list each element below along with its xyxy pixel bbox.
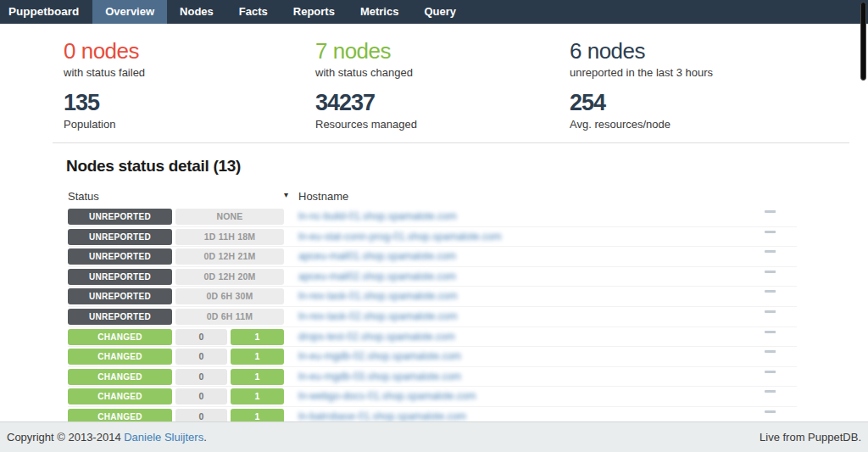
time-since-report-badge: NONE bbox=[175, 209, 284, 225]
stats-row-status: 0 nodes with status failed 7 nodes with … bbox=[0, 38, 868, 79]
stat-avg-resources: 254 Avg. resources/node bbox=[570, 90, 670, 131]
section-divider bbox=[53, 142, 849, 143]
nav-item-query[interactable]: Query bbox=[411, 0, 469, 24]
stat-failed-caption: with status failed bbox=[64, 66, 315, 79]
hostname-link-redacted[interactable]: ln-rex-task-01.shop.spamalote.com bbox=[298, 290, 457, 302]
copyright-text: Copyright © 2013-2014 Daniele Sluijters. bbox=[7, 422, 207, 452]
nodes-status-detail-title: Nodes status detail (13) bbox=[66, 157, 868, 176]
time-since-report-badge: 0D 12H 21M bbox=[175, 248, 284, 265]
latest-report-icon[interactable] bbox=[760, 289, 777, 304]
stat-failed: 0 nodes with status failed bbox=[64, 38, 315, 79]
table-row: UNREPORTED NONE ln-nc-build-01.shop.spam… bbox=[68, 207, 797, 227]
table-row: UNREPORTED 0D 12H 20M apceu-mail02.shop.… bbox=[68, 267, 797, 287]
hostname-link-redacted[interactable]: apceu-mail02.shop.spamalote.com bbox=[298, 271, 456, 282]
stat-avg-resources-caption: Avg. resources/node bbox=[570, 118, 670, 131]
stat-population-caption: Population bbox=[64, 118, 315, 131]
stat-resources-value: 34237 bbox=[315, 90, 570, 115]
latest-report-icon[interactable] bbox=[760, 330, 777, 345]
latest-report-icon[interactable] bbox=[760, 349, 777, 365]
hostname-link-redacted[interactable]: ln-rex-task-02.shop.spamalote.com bbox=[298, 310, 457, 322]
stat-unreported: 6 nodes unreported in the last 3 hours bbox=[570, 38, 713, 79]
changed-count-badge: 1 bbox=[231, 349, 284, 365]
vertical-scrollbar-thumb[interactable] bbox=[860, 2, 866, 81]
failed-count-badge: 0 bbox=[175, 388, 227, 405]
status-badge: UNREPORTED bbox=[68, 248, 172, 265]
latest-report-icon[interactable] bbox=[760, 230, 777, 245]
hostname-link-redacted[interactable]: ln-eu-mgdb-02.shop.spamalote.com bbox=[298, 350, 461, 362]
nav-item-overview[interactable]: Overview bbox=[92, 0, 167, 24]
column-header-status[interactable]: Status bbox=[68, 190, 99, 203]
brand-puppetboard[interactable]: Puppetboard bbox=[0, 0, 87, 24]
live-from-puppetdb-text: Live from PuppetDB. bbox=[760, 422, 861, 452]
copyright-prefix: Copyright © 2013-2014 bbox=[7, 431, 124, 444]
table-row: UNREPORTED 1D 11H 18M ln-eu-stat-conn-pr… bbox=[68, 227, 797, 248]
status-badge: CHANGED bbox=[68, 388, 172, 405]
nav-items: OverviewNodesFactsReportsMetricsQuery bbox=[92, 0, 469, 24]
nodes-status-table: Status ▾ Hostname UNREPORTED NONE ln-nc-… bbox=[68, 188, 797, 427]
author-link[interactable]: Daniele Sluijters bbox=[124, 431, 203, 444]
table-header: Status ▾ Hostname bbox=[68, 188, 797, 207]
table-row: CHANGED 0 1 ln-webgo-docs-01.shop.spamal… bbox=[68, 387, 797, 407]
table-row: UNREPORTED 0D 12H 21M apceu-mail01.shop.… bbox=[68, 247, 797, 267]
stat-unreported-caption: unreported in the last 3 hours bbox=[570, 66, 713, 79]
latest-report-icon[interactable] bbox=[760, 209, 777, 225]
hostname-link-redacted[interactable]: ln-batrobase-01.shop.spamalote.com bbox=[298, 410, 466, 422]
hostname-link-redacted[interactable]: drops-test-02.shop.spamalote.com bbox=[298, 331, 455, 343]
stat-changed-caption: with status changed bbox=[315, 66, 570, 79]
time-since-report-badge: 0D 12H 20M bbox=[175, 269, 284, 285]
stat-failed-value: 0 nodes bbox=[64, 38, 315, 64]
hostname-link-redacted[interactable]: ln-nc-build-01.shop.spamalote.com bbox=[298, 210, 457, 222]
column-header-hostname: Hostname bbox=[298, 190, 348, 203]
table-row: CHANGED 0 1 ln-eu-mgdb-02.shop.spamalote… bbox=[68, 347, 797, 367]
hostname-link-redacted[interactable]: ln-webgo-docs-01.shop.spamalote.com bbox=[298, 390, 476, 402]
status-badge: CHANGED bbox=[68, 369, 172, 385]
stat-avg-resources-value: 254 bbox=[570, 90, 670, 115]
latest-report-icon[interactable] bbox=[760, 370, 777, 385]
table-row: CHANGED 0 1 ln-eu-mgdb-03.shop.spamalote… bbox=[68, 367, 797, 388]
status-badge: UNREPORTED bbox=[68, 229, 172, 245]
stat-population: 135 Population bbox=[64, 90, 315, 131]
status-badge: UNREPORTED bbox=[68, 309, 172, 325]
top-navbar: Puppetboard OverviewNodesFactsReportsMet… bbox=[0, 0, 868, 24]
nav-item-nodes[interactable]: Nodes bbox=[167, 0, 226, 24]
sort-caret-icon[interactable]: ▾ bbox=[284, 190, 288, 199]
latest-report-icon[interactable] bbox=[760, 270, 777, 285]
latest-report-icon[interactable] bbox=[760, 389, 777, 405]
status-badge: UNREPORTED bbox=[68, 209, 172, 225]
table-row: CHANGED 0 1 drops-test-02.shop.spamalote… bbox=[68, 327, 797, 348]
status-badge: CHANGED bbox=[68, 329, 172, 345]
changed-count-badge: 1 bbox=[231, 388, 284, 405]
stat-changed-value: 7 nodes bbox=[315, 38, 570, 64]
table-row: UNREPORTED 0D 6H 11M ln-rex-task-02.shop… bbox=[68, 307, 797, 327]
time-since-report-badge: 0D 6H 11M bbox=[175, 309, 284, 325]
changed-count-badge: 1 bbox=[231, 369, 284, 385]
status-badge: UNREPORTED bbox=[68, 269, 172, 285]
nav-item-reports[interactable]: Reports bbox=[281, 0, 348, 24]
nav-item-facts[interactable]: Facts bbox=[226, 0, 281, 24]
time-since-report-badge: 1D 11H 18M bbox=[175, 229, 284, 245]
nav-item-metrics[interactable]: Metrics bbox=[348, 0, 412, 24]
table-row: UNREPORTED 0D 6H 30M ln-rex-task-01.shop… bbox=[68, 287, 797, 307]
latest-report-icon[interactable] bbox=[760, 310, 777, 325]
stat-changed: 7 nodes with status changed bbox=[315, 38, 570, 79]
status-badge: UNREPORTED bbox=[68, 288, 172, 304]
stat-population-value: 135 bbox=[64, 90, 315, 115]
copyright-suffix: . bbox=[203, 431, 207, 444]
stats-row-population: 135 Population 34237 Resources managed 2… bbox=[0, 90, 868, 131]
time-since-report-badge: 0D 6H 30M bbox=[175, 288, 284, 304]
hostname-link-redacted[interactable]: ln-eu-mgdb-03.shop.spamalote.com bbox=[298, 371, 461, 382]
stat-unreported-value: 6 nodes bbox=[570, 38, 713, 64]
failed-count-badge: 0 bbox=[175, 329, 227, 345]
stat-resources-caption: Resources managed bbox=[315, 118, 570, 131]
failed-count-badge: 0 bbox=[175, 369, 227, 385]
footer: Copyright © 2013-2014 Daniele Sluijters.… bbox=[0, 421, 868, 452]
hostname-link-redacted[interactable]: ln-eu-stat-conn-prog-01.shop.spamalote.c… bbox=[298, 231, 501, 243]
hostname-link-redacted[interactable]: apceu-mail01.shop.spamalote.com bbox=[298, 250, 456, 262]
stat-resources: 34237 Resources managed bbox=[315, 90, 570, 131]
latest-report-icon[interactable] bbox=[760, 249, 777, 265]
status-badge: CHANGED bbox=[68, 349, 172, 365]
table-body: UNREPORTED NONE ln-nc-build-01.shop.spam… bbox=[68, 207, 797, 427]
changed-count-badge: 1 bbox=[231, 329, 284, 345]
failed-count-badge: 0 bbox=[175, 349, 227, 365]
